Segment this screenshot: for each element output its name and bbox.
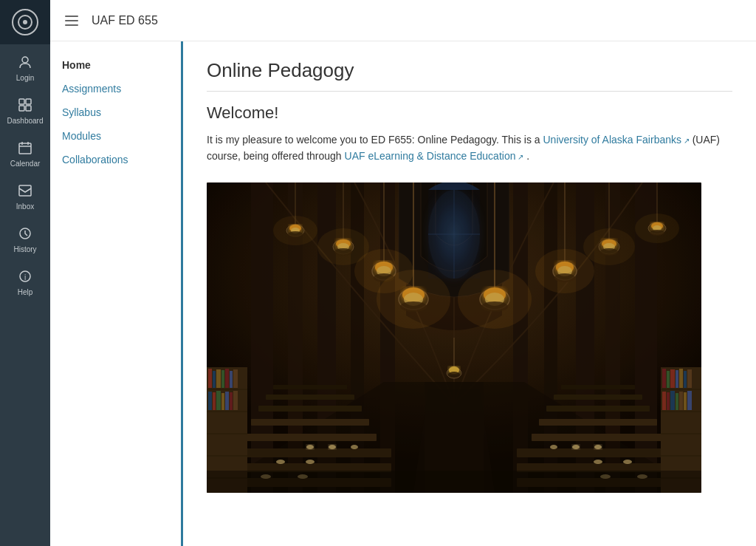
course-nav-assignments[interactable]: Assignments: [50, 77, 181, 100]
svg-point-0: [22, 57, 28, 63]
calendar-icon: [18, 140, 32, 157]
logo[interactable]: [0, 0, 50, 44]
sidebar-item-dashboard[interactable]: Dashboard: [0, 90, 50, 133]
page-content: Online Pedagogy Welcome! It is my pleasu…: [183, 41, 756, 546]
sidebar-item-history-label: History: [13, 245, 36, 254]
help-icon: i: [18, 269, 32, 286]
dashboard-icon: [18, 98, 32, 115]
ext-icon-2: ↗: [515, 153, 523, 161]
sidebar-item-history[interactable]: History: [0, 219, 50, 262]
content-area: Home Assignments Syllabus Modules Collab…: [50, 41, 756, 546]
hamburger-menu[interactable]: [62, 13, 81, 29]
sidebar-item-help-label: Help: [18, 288, 33, 297]
sidebar-item-help[interactable]: i Help: [0, 262, 50, 304]
sidebar-item-login-label: Login: [16, 74, 34, 83]
welcome-text-1: It is my pleasure to welcome you to ED F…: [207, 134, 543, 146]
logo-circle: [12, 9, 38, 35]
welcome-section: Welcome! It is my pleasure to welcome yo…: [207, 103, 732, 493]
svg-rect-156: [207, 182, 701, 493]
library-image: [207, 182, 701, 493]
sidebar-item-inbox-label: Inbox: [16, 202, 34, 211]
university-link[interactable]: University of Alaska Fairbanks: [543, 134, 681, 146]
ext-icon-1: ↗: [681, 137, 690, 145]
welcome-paragraph: It is my pleasure to welcome you to ED F…: [207, 132, 732, 165]
sidebar-nav: Login Dashboard: [0, 44, 50, 546]
svg-rect-6: [19, 143, 31, 154]
course-nav-home[interactable]: Home: [50, 53, 181, 77]
sidebar-item-calendar[interactable]: Calendar: [0, 133, 50, 176]
page-title: Online Pedagogy: [207, 59, 732, 92]
sidebar-item-inbox[interactable]: Inbox: [0, 176, 50, 219]
distance-ed-link[interactable]: UAF eLearning & Distance Education: [345, 150, 516, 162]
history-icon: [18, 226, 32, 243]
course-nav-collaborations[interactable]: Collaborations: [50, 148, 181, 171]
topbar: UAF ED 655: [50, 0, 756, 41]
sidebar-item-login[interactable]: Login: [0, 47, 50, 90]
course-nav: Home Assignments Syllabus Modules Collab…: [50, 41, 183, 546]
svg-text:i: i: [24, 273, 26, 281]
svg-rect-2: [19, 99, 24, 104]
welcome-heading: Welcome!: [207, 103, 732, 123]
sidebar-item-calendar-label: Calendar: [10, 160, 41, 168]
svg-rect-10: [19, 185, 31, 196]
svg-rect-3: [26, 99, 31, 104]
inbox-icon: [18, 183, 32, 200]
svg-rect-5: [26, 106, 31, 111]
course-nav-modules[interactable]: Modules: [50, 124, 181, 148]
topbar-title: UAF ED 655: [92, 14, 158, 27]
course-nav-syllabus[interactable]: Syllabus: [50, 100, 181, 124]
main-area: UAF ED 655 Home Assignments Syllabus Mod…: [50, 0, 756, 546]
login-icon: [18, 55, 32, 72]
sidebar-item-dashboard-label: Dashboard: [7, 117, 44, 126]
welcome-text-3: .: [526, 150, 529, 162]
sidebar: Login Dashboard: [0, 0, 50, 546]
svg-rect-4: [19, 106, 24, 111]
